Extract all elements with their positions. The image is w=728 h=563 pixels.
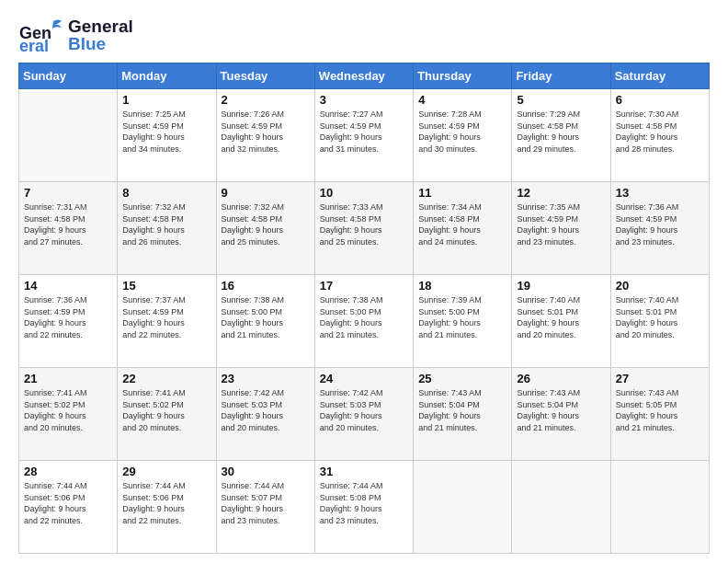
day-number: 24 bbox=[320, 372, 408, 385]
calendar-header-row: Sunday Monday Tuesday Wednesday Thursday… bbox=[19, 63, 710, 89]
table-row: 4Sunrise: 7:28 AMSunset: 4:59 PMDaylight… bbox=[414, 89, 512, 182]
day-number: 22 bbox=[122, 372, 210, 385]
day-info: Sunrise: 7:29 AMSunset: 4:58 PMDaylight:… bbox=[517, 109, 605, 155]
calendar-week-row: 14Sunrise: 7:36 AMSunset: 4:59 PMDayligh… bbox=[19, 275, 710, 368]
day-number: 17 bbox=[320, 279, 408, 293]
calendar-week-row: 21Sunrise: 7:41 AMSunset: 5:02 PMDayligh… bbox=[19, 368, 710, 461]
day-number: 2 bbox=[222, 93, 310, 107]
day-info: Sunrise: 7:30 AMSunset: 4:58 PMDaylight:… bbox=[616, 109, 704, 155]
day-info: Sunrise: 7:44 AMSunset: 5:06 PMDaylight:… bbox=[24, 480, 112, 526]
day-info: Sunrise: 7:41 AMSunset: 5:02 PMDaylight:… bbox=[24, 387, 112, 433]
day-number: 11 bbox=[418, 186, 506, 200]
table-row: 28Sunrise: 7:44 AMSunset: 5:06 PMDayligh… bbox=[19, 461, 118, 554]
col-saturday: Saturday bbox=[610, 63, 709, 89]
day-info: Sunrise: 7:34 AMSunset: 4:58 PMDaylight:… bbox=[418, 201, 506, 247]
table-row: 12Sunrise: 7:35 AMSunset: 4:59 PMDayligh… bbox=[512, 182, 610, 275]
col-wednesday: Wednesday bbox=[314, 63, 413, 89]
table-row bbox=[414, 461, 512, 554]
table-row bbox=[512, 461, 610, 554]
day-info: Sunrise: 7:32 AMSunset: 4:58 PMDaylight:… bbox=[222, 201, 310, 247]
day-number: 9 bbox=[222, 186, 310, 200]
table-row: 26Sunrise: 7:43 AMSunset: 5:04 PMDayligh… bbox=[512, 368, 610, 461]
table-row: 24Sunrise: 7:42 AMSunset: 5:03 PMDayligh… bbox=[314, 368, 413, 461]
day-info: Sunrise: 7:36 AMSunset: 4:59 PMDaylight:… bbox=[616, 201, 704, 247]
calendar-table: Sunday Monday Tuesday Wednesday Thursday… bbox=[18, 63, 710, 554]
day-number: 4 bbox=[418, 93, 506, 107]
col-thursday: Thursday bbox=[414, 63, 512, 89]
svg-text:eral: eral bbox=[19, 37, 49, 53]
day-number: 30 bbox=[222, 465, 310, 478]
header: Gen eral General Blue bbox=[18, 17, 710, 53]
day-number: 16 bbox=[222, 279, 310, 293]
day-number: 12 bbox=[517, 186, 605, 200]
table-row: 11Sunrise: 7:34 AMSunset: 4:58 PMDayligh… bbox=[414, 182, 512, 275]
day-info: Sunrise: 7:27 AMSunset: 4:59 PMDaylight:… bbox=[320, 109, 408, 155]
table-row: 19Sunrise: 7:40 AMSunset: 5:01 PMDayligh… bbox=[512, 275, 610, 368]
table-row: 30Sunrise: 7:44 AMSunset: 5:07 PMDayligh… bbox=[216, 461, 314, 554]
table-row: 10Sunrise: 7:33 AMSunset: 4:58 PMDayligh… bbox=[314, 182, 413, 275]
table-row: 1Sunrise: 7:25 AMSunset: 4:59 PMDaylight… bbox=[118, 89, 216, 182]
table-row: 31Sunrise: 7:44 AMSunset: 5:08 PMDayligh… bbox=[314, 461, 413, 554]
table-row: 13Sunrise: 7:36 AMSunset: 4:59 PMDayligh… bbox=[610, 182, 709, 275]
day-number: 23 bbox=[222, 372, 310, 385]
day-number: 5 bbox=[517, 93, 605, 107]
day-info: Sunrise: 7:26 AMSunset: 4:59 PMDaylight:… bbox=[222, 109, 310, 155]
day-number: 13 bbox=[616, 186, 704, 200]
table-row bbox=[610, 461, 709, 554]
day-number: 20 bbox=[616, 279, 704, 293]
table-row: 7Sunrise: 7:31 AMSunset: 4:58 PMDaylight… bbox=[19, 182, 118, 275]
day-info: Sunrise: 7:25 AMSunset: 4:59 PMDaylight:… bbox=[122, 109, 210, 155]
logo: Gen eral General Blue bbox=[18, 17, 133, 53]
table-row: 27Sunrise: 7:43 AMSunset: 5:05 PMDayligh… bbox=[610, 368, 709, 461]
table-row: 29Sunrise: 7:44 AMSunset: 5:06 PMDayligh… bbox=[118, 461, 216, 554]
table-row: 16Sunrise: 7:38 AMSunset: 5:00 PMDayligh… bbox=[216, 275, 314, 368]
day-info: Sunrise: 7:37 AMSunset: 4:59 PMDaylight:… bbox=[122, 294, 210, 340]
logo-icon: Gen eral bbox=[18, 17, 63, 53]
table-row: 20Sunrise: 7:40 AMSunset: 5:01 PMDayligh… bbox=[610, 275, 709, 368]
day-number: 15 bbox=[122, 279, 210, 293]
day-number: 21 bbox=[24, 372, 112, 385]
day-number: 29 bbox=[122, 465, 210, 478]
day-number: 25 bbox=[418, 372, 506, 385]
table-row: 8Sunrise: 7:32 AMSunset: 4:58 PMDaylight… bbox=[118, 182, 216, 275]
day-info: Sunrise: 7:39 AMSunset: 5:00 PMDaylight:… bbox=[418, 294, 506, 340]
table-row: 15Sunrise: 7:37 AMSunset: 4:59 PMDayligh… bbox=[118, 275, 216, 368]
day-info: Sunrise: 7:42 AMSunset: 5:03 PMDaylight:… bbox=[222, 387, 310, 433]
day-info: Sunrise: 7:28 AMSunset: 4:59 PMDaylight:… bbox=[418, 109, 506, 155]
day-number: 1 bbox=[122, 93, 210, 107]
table-row: 6Sunrise: 7:30 AMSunset: 4:58 PMDaylight… bbox=[610, 89, 709, 182]
table-row: 3Sunrise: 7:27 AMSunset: 4:59 PMDaylight… bbox=[314, 89, 413, 182]
day-info: Sunrise: 7:35 AMSunset: 4:59 PMDaylight:… bbox=[517, 201, 605, 247]
table-row: 9Sunrise: 7:32 AMSunset: 4:58 PMDaylight… bbox=[216, 182, 314, 275]
col-monday: Monday bbox=[118, 63, 216, 89]
calendar-week-row: 7Sunrise: 7:31 AMSunset: 4:58 PMDaylight… bbox=[19, 182, 710, 275]
day-info: Sunrise: 7:38 AMSunset: 5:00 PMDaylight:… bbox=[320, 294, 408, 340]
day-info: Sunrise: 7:44 AMSunset: 5:07 PMDaylight:… bbox=[222, 480, 310, 526]
col-friday: Friday bbox=[512, 63, 610, 89]
day-info: Sunrise: 7:40 AMSunset: 5:01 PMDaylight:… bbox=[517, 294, 605, 340]
table-row: 25Sunrise: 7:43 AMSunset: 5:04 PMDayligh… bbox=[414, 368, 512, 461]
day-number: 28 bbox=[24, 465, 112, 478]
table-row: 21Sunrise: 7:41 AMSunset: 5:02 PMDayligh… bbox=[19, 368, 118, 461]
table-row: 18Sunrise: 7:39 AMSunset: 5:00 PMDayligh… bbox=[414, 275, 512, 368]
day-number: 3 bbox=[320, 93, 408, 107]
day-number: 27 bbox=[616, 372, 704, 385]
day-number: 26 bbox=[517, 372, 605, 385]
day-number: 6 bbox=[616, 93, 704, 107]
table-row: 17Sunrise: 7:38 AMSunset: 5:00 PMDayligh… bbox=[314, 275, 413, 368]
day-number: 8 bbox=[122, 186, 210, 200]
day-info: Sunrise: 7:36 AMSunset: 4:59 PMDaylight:… bbox=[24, 294, 112, 340]
page: Gen eral General Blue Sunday Monday Tues… bbox=[0, 0, 728, 563]
day-info: Sunrise: 7:40 AMSunset: 5:01 PMDaylight:… bbox=[616, 294, 704, 340]
day-info: Sunrise: 7:44 AMSunset: 5:08 PMDaylight:… bbox=[320, 480, 408, 526]
day-info: Sunrise: 7:43 AMSunset: 5:04 PMDaylight:… bbox=[418, 387, 506, 433]
day-number: 31 bbox=[320, 465, 408, 478]
day-number: 10 bbox=[320, 186, 408, 200]
table-row: 14Sunrise: 7:36 AMSunset: 4:59 PMDayligh… bbox=[19, 275, 118, 368]
calendar-week-row: 1Sunrise: 7:25 AMSunset: 4:59 PMDaylight… bbox=[19, 89, 710, 182]
day-info: Sunrise: 7:38 AMSunset: 5:00 PMDaylight:… bbox=[222, 294, 310, 340]
table-row bbox=[19, 89, 118, 182]
table-row: 2Sunrise: 7:26 AMSunset: 4:59 PMDaylight… bbox=[216, 89, 314, 182]
table-row: 5Sunrise: 7:29 AMSunset: 4:58 PMDaylight… bbox=[512, 89, 610, 182]
day-number: 18 bbox=[418, 279, 506, 293]
